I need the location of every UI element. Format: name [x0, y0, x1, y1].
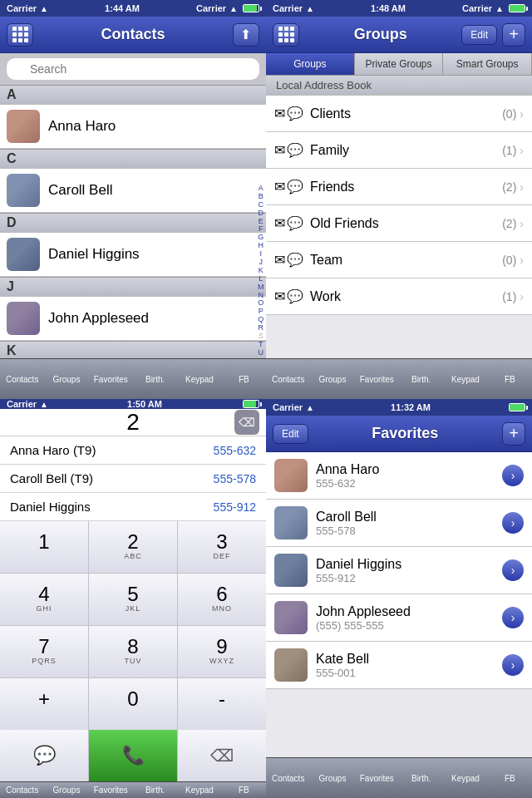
fav-item-caroll[interactable]: Caroll Bell 555-578 ›	[266, 500, 532, 547]
clear-button[interactable]: ⌫	[234, 410, 259, 435]
fav-arrow-kate[interactable]: ›	[502, 654, 524, 676]
favorites-tab-bar: Contacts Groups Favorites Birth. Keypad …	[266, 757, 532, 798]
nav-left	[7, 23, 33, 47]
groups-tab-groups[interactable]: Groups	[266, 53, 355, 75]
kptab-favorites[interactable]: Favorites	[89, 782, 133, 798]
group-name-oldfriends: Old Friends	[310, 216, 502, 231]
fav-arrow-daniel[interactable]: ›	[502, 559, 524, 581]
envelope-icon-work: ✉	[274, 288, 285, 304]
gtab-birthdays[interactable]: Birth.	[399, 359, 443, 399]
group-item-clients[interactable]: ✉ 💬 Clients (0) ›	[266, 96, 532, 132]
carrier-g2: Carrier	[462, 3, 492, 13]
contact-item-caroll[interactable]: Caroll Bell	[0, 169, 266, 213]
share-button[interactable]: ⬆	[233, 23, 259, 47]
kptab-fb[interactable]: FB	[222, 782, 266, 798]
contact-item-john[interactable]: John Appleseed	[0, 297, 266, 341]
key-1[interactable]: 1	[0, 521, 88, 573]
kptab-groups[interactable]: Groups	[44, 782, 88, 798]
envelope-icon-oldfriends: ✉	[274, 215, 285, 231]
group-item-friends[interactable]: ✉ 💬 Friends (2) ›	[266, 169, 532, 205]
ftab-contacts[interactable]: Contacts	[266, 758, 310, 798]
fav-info-anna: Anna Haro 555-632	[316, 462, 502, 490]
suggestion-anna[interactable]: Anna Haro (T9) 555-632	[0, 436, 266, 465]
section-header-j: J	[0, 277, 266, 297]
gtab-fb[interactable]: FB	[488, 359, 532, 399]
suggestion-daniel[interactable]: Daniel Higgins 555-912	[0, 493, 266, 521]
group-item-work[interactable]: ✉ 💬 Work (1) ›	[266, 278, 532, 315]
group-item-oldfriends[interactable]: ✉ 💬 Old Friends (2) ›	[266, 205, 532, 242]
group-count-clients: (0)	[502, 107, 516, 121]
del-icon: ⌫	[210, 746, 234, 766]
key-7[interactable]: 7PQRS	[0, 626, 88, 677]
alpha-index[interactable]: ABC DEF GHI JKL MNO PQR ST UVW XYZ #	[258, 185, 265, 321]
carrier-fav: Carrier ▲	[273, 402, 314, 412]
suggestion-caroll[interactable]: Caroll Bell (T9) 555-578	[0, 465, 266, 493]
fav-arrow-caroll[interactable]: ›	[502, 512, 524, 534]
key-9[interactable]: 9WXYZ	[178, 626, 266, 677]
group-item-team[interactable]: ✉ 💬 Team (0) ›	[266, 242, 532, 278]
key-4[interactable]: 4GHI	[0, 574, 88, 625]
grid-button[interactable]	[7, 23, 33, 47]
fav-nav-left: Edit	[273, 424, 308, 444]
gtab-favorites[interactable]: Favorites	[355, 359, 399, 399]
tab-birthdays[interactable]: Birth.	[133, 359, 177, 399]
tab-groups[interactable]: Groups	[44, 359, 88, 399]
fav-item-daniel[interactable]: Daniel Higgins 555-912 ›	[266, 547, 532, 594]
fav-name-anna: Anna Haro	[316, 462, 502, 477]
chevron-family: ›	[520, 144, 524, 157]
gtab-groups[interactable]: Groups	[310, 359, 354, 399]
call-button[interactable]: 📞	[89, 730, 177, 781]
fav-arrow-john[interactable]: ›	[502, 607, 524, 628]
groups-section-title: Local Address Book	[266, 76, 532, 96]
groups-edit-button[interactable]: Edit	[461, 25, 497, 45]
key-dash[interactable]: -	[178, 678, 266, 730]
key-3[interactable]: 3DEF	[178, 521, 266, 573]
groups-grid-button[interactable]	[273, 23, 299, 47]
contacts-screen: Carrier ▲ 1:44 AM Carrier ▲ Contacts ⬆	[0, 0, 266, 399]
ftab-fb[interactable]: FB	[488, 758, 532, 798]
key-plus[interactable]: +	[0, 678, 88, 730]
fav-num-daniel: 555-912	[316, 572, 502, 584]
ftab-groups[interactable]: Groups	[310, 758, 354, 798]
sug-num-daniel: 555-912	[214, 500, 256, 514]
key-0[interactable]: 0	[89, 678, 177, 730]
kptab-birthdays[interactable]: Birth.	[133, 782, 177, 798]
battery-groups: Carrier ▲	[462, 3, 525, 13]
tab-keypad[interactable]: Keypad	[177, 359, 221, 399]
kptab-contacts[interactable]: Contacts	[0, 782, 44, 798]
ftab-favorites[interactable]: Favorites	[355, 758, 399, 798]
chevron-clients: ›	[520, 107, 524, 121]
groups-add-button[interactable]: +	[502, 23, 525, 47]
contact-name-caroll: Caroll Bell	[48, 182, 112, 199]
status-bar-groups: Carrier ▲ 1:48 AM Carrier ▲	[266, 0, 532, 17]
contact-item-anna[interactable]: Anna Haro	[0, 105, 266, 149]
key-2[interactable]: 2ABC	[89, 521, 177, 573]
fav-avatar-daniel	[274, 554, 308, 587]
tab-fb[interactable]: FB	[222, 359, 266, 399]
ftab-keypad[interactable]: Keypad	[443, 758, 487, 798]
fav-info-caroll: Caroll Bell 555-578	[316, 510, 502, 537]
key-5[interactable]: 5JKL	[89, 574, 177, 625]
gtab-keypad[interactable]: Keypad	[443, 359, 487, 399]
key-6[interactable]: 6MNO	[178, 574, 266, 625]
groups-tab-smart[interactable]: Smart Groups	[443, 53, 532, 75]
tab-favorites[interactable]: Favorites	[89, 359, 133, 399]
tab-contacts[interactable]: Contacts	[0, 359, 44, 399]
contact-item-daniel[interactable]: Daniel Higgins	[0, 233, 266, 277]
favorites-edit-button[interactable]: Edit	[273, 424, 308, 444]
fav-item-john[interactable]: John Appleseed (555) 555-555 ›	[266, 594, 532, 642]
key-sms-button[interactable]: 💬	[0, 730, 88, 781]
gtab-contacts[interactable]: Contacts	[266, 359, 310, 399]
keypad-number-display: 2	[91, 409, 175, 436]
key-8[interactable]: 8TUV	[89, 626, 177, 677]
search-input[interactable]	[7, 58, 259, 80]
fav-arrow-anna[interactable]: ›	[502, 465, 524, 486]
fav-item-anna[interactable]: Anna Haro 555-632 ›	[266, 452, 532, 500]
fav-item-kate[interactable]: Kate Bell 555-001 ›	[266, 642, 532, 689]
groups-tab-private[interactable]: Private Groups	[355, 53, 444, 75]
kptab-keypad[interactable]: Keypad	[177, 782, 221, 798]
key-del-button[interactable]: ⌫	[178, 730, 266, 781]
favorites-add-button[interactable]: +	[502, 422, 525, 446]
ftab-birthdays[interactable]: Birth.	[399, 758, 443, 798]
group-item-family[interactable]: ✉ 💬 Family (1) ›	[266, 132, 532, 169]
